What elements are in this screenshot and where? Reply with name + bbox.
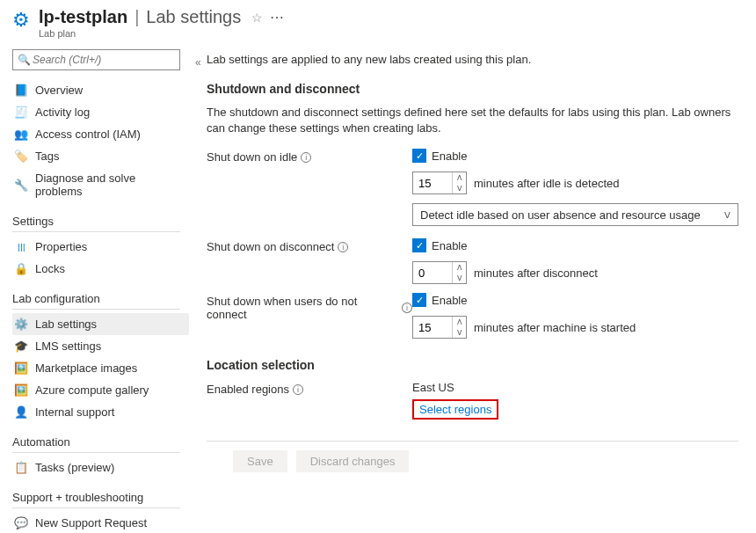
sidebar-item-tags[interactable]: 🏷️Tags	[12, 145, 189, 167]
sidebar-item-tasks[interactable]: 📋Tasks (preview)	[12, 456, 189, 478]
idle-hint: minutes after idle is detected	[474, 177, 619, 190]
collapse-sidebar-icon[interactable]: «	[195, 56, 201, 69]
sidebar-item-label: LMS settings	[35, 340, 182, 353]
discard-button[interactable]: Discard changes	[296, 450, 410, 472]
tags-icon: 🏷️	[14, 150, 28, 163]
sidebar-item-label: Tasks (preview)	[35, 461, 182, 474]
sidebar-item-label: Overview	[35, 84, 182, 97]
disconnect-label: Shut down on disconnect	[207, 240, 334, 253]
more-icon[interactable]: ⋯	[270, 9, 284, 26]
select-regions-link[interactable]: Select regions	[412, 399, 498, 420]
sidebar-item-activity-log[interactable]: 🧾Activity log	[12, 101, 189, 123]
search-icon: 🔍	[18, 54, 31, 66]
sidebar-item-label: Access control (IAM)	[35, 128, 182, 141]
info-icon[interactable]: i	[338, 242, 348, 252]
sidebar-item-label: Diagnose and solve problems	[35, 172, 182, 198]
info-icon[interactable]: i	[293, 384, 303, 395]
marketplace-images-icon: 🖼️	[14, 361, 28, 375]
idle-detect-select[interactable]: Detect idle based on user absence and re…	[412, 203, 738, 226]
azure-compute-gallery-icon: 🖼️	[14, 383, 28, 397]
disconnect-hint: minutes after disconnect	[474, 266, 598, 280]
sidebar-item-locks[interactable]: 🔒Locks	[12, 258, 189, 280]
sidebar-item-new-support-request[interactable]: 💬New Support Request	[12, 512, 189, 533]
locks-icon: 🔒	[14, 262, 28, 275]
disconnect-enable-label: Enable	[432, 239, 467, 252]
sidebar: 🔍 📘Overview🧾Activity log👥Access control …	[0, 44, 189, 533]
idle-enable-label: Enable	[432, 150, 467, 163]
title-separator: |	[134, 7, 139, 27]
intro-text: Lab settings are applied to any new labs…	[207, 53, 738, 66]
new-support-request-icon: 💬	[14, 516, 28, 529]
sidebar-item-lms-settings[interactable]: 🎓LMS settings	[12, 335, 189, 357]
sidebar-item-diagnose[interactable]: 🔧Diagnose and solve problems	[12, 167, 189, 202]
noconnect-label: Shut down when users do not connect	[207, 295, 398, 321]
footer-divider	[207, 441, 738, 442]
sidebar-item-label: Azure compute gallery	[35, 383, 182, 397]
idle-minutes-stepper[interactable]: ᐱᐯ	[412, 172, 467, 194]
gear-icon: ⚙	[12, 9, 30, 32]
sidebar-item-label: Properties	[35, 240, 182, 253]
nav-section-title: Support + troubleshooting	[12, 491, 189, 504]
sidebar-item-azure-compute-gallery[interactable]: 🖼️Azure compute gallery	[12, 379, 189, 401]
disconnect-enable-checkbox[interactable]: ✓	[412, 238, 426, 252]
save-button[interactable]: Save	[233, 450, 287, 472]
sidebar-item-label: Internal support	[35, 405, 182, 419]
sidebar-item-label: Lab settings	[35, 318, 182, 331]
location-heading: Location selection	[207, 358, 738, 372]
info-icon[interactable]: i	[402, 303, 412, 313]
resource-type: Lab plan	[39, 28, 756, 39]
shutdown-heading: Shutdown and disconnect	[207, 82, 738, 96]
sidebar-item-label: Marketplace images	[35, 361, 182, 375]
noconnect-hint: minutes after machine is started	[474, 321, 636, 334]
lab-settings-icon: ⚙️	[14, 318, 28, 331]
access-control-icon: 👥	[14, 128, 28, 141]
activity-log-icon: 🧾	[14, 106, 28, 119]
sidebar-item-properties[interactable]: ⫼Properties	[12, 236, 189, 258]
chevron-up-icon[interactable]: ᐱ	[453, 172, 466, 183]
tasks-icon: 📋	[14, 461, 28, 474]
chevron-down-icon[interactable]: ᐯ	[453, 273, 466, 283]
idle-enable-checkbox[interactable]: ✓	[412, 149, 426, 163]
sidebar-item-marketplace-images[interactable]: 🖼️Marketplace images	[12, 357, 189, 379]
shutdown-desc: The shutdown and disconnect settings def…	[207, 105, 738, 136]
disconnect-minutes-input[interactable]	[413, 262, 452, 283]
resource-name: lp-testplan	[39, 7, 127, 27]
idle-detect-value: Detect idle based on user absence and re…	[420, 208, 701, 222]
nav-divider	[12, 452, 180, 453]
nav-section-title: Lab configuration	[12, 292, 189, 305]
noconnect-minutes-input[interactable]	[413, 317, 452, 338]
sidebar-item-lab-settings[interactable]: ⚙️Lab settings	[12, 313, 189, 335]
noconnect-enable-label: Enable	[432, 294, 467, 307]
nav-divider	[12, 231, 180, 232]
disconnect-minutes-stepper[interactable]: ᐱᐯ	[412, 261, 467, 284]
search-input[interactable]	[12, 49, 180, 70]
favorite-icon[interactable]: ☆	[251, 11, 263, 25]
chevron-down-icon[interactable]: ᐯ	[453, 183, 466, 193]
chevron-down-icon: ᐯ	[724, 210, 731, 220]
nav-section-title: Settings	[12, 215, 189, 228]
nav-divider	[12, 507, 180, 508]
properties-icon: ⫼	[14, 240, 28, 253]
nav-divider	[12, 309, 180, 310]
chevron-up-icon[interactable]: ᐱ	[453, 262, 466, 273]
overview-icon: 📘	[14, 84, 28, 97]
noconnect-enable-checkbox[interactable]: ✓	[412, 293, 426, 307]
regions-label: Enabled regions	[207, 383, 289, 396]
sidebar-item-overview[interactable]: 📘Overview	[12, 79, 189, 101]
sidebar-item-access-control[interactable]: 👥Access control (IAM)	[12, 123, 189, 145]
main-content: Lab settings are applied to any new labs…	[189, 44, 756, 533]
lms-settings-icon: 🎓	[14, 340, 28, 353]
page-header: ⚙ lp-testplan | Lab settings ☆ ⋯ Lab pla…	[0, 0, 756, 44]
chevron-up-icon[interactable]: ᐱ	[453, 317, 466, 327]
sidebar-item-label: Locks	[35, 262, 182, 275]
chevron-down-icon[interactable]: ᐯ	[453, 327, 466, 338]
sidebar-item-internal-support[interactable]: 👤Internal support	[12, 401, 189, 423]
sidebar-item-label: Tags	[35, 150, 182, 163]
idle-label: Shut down on idle	[207, 150, 297, 164]
diagnose-icon: 🔧	[14, 179, 28, 192]
page-title: Lab settings	[146, 7, 241, 27]
noconnect-minutes-stepper[interactable]: ᐱᐯ	[412, 316, 467, 339]
idle-minutes-input[interactable]	[413, 172, 452, 193]
nav-section-title: Automation	[12, 435, 189, 449]
info-icon[interactable]: i	[301, 152, 311, 163]
